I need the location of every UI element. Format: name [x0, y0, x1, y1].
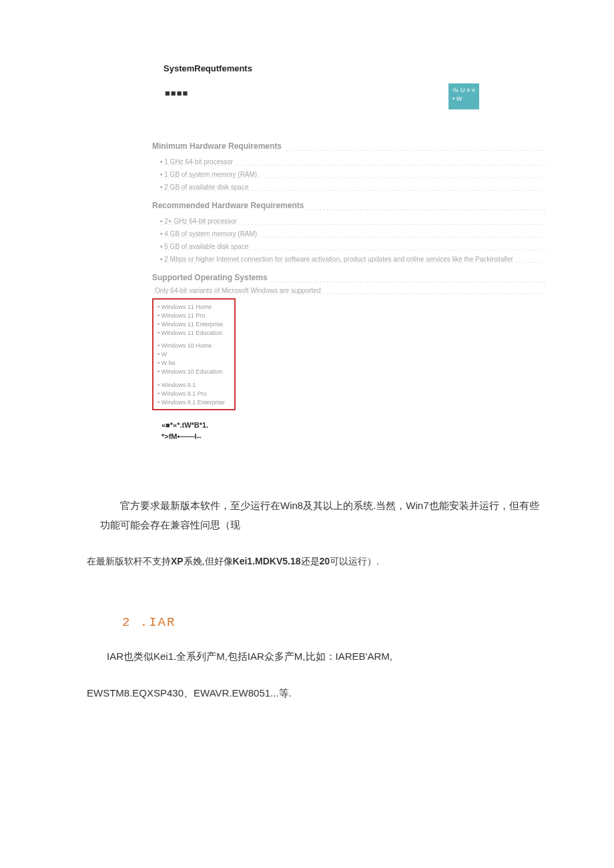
list-item: Windows 8.1 Enterprise — [158, 398, 230, 406]
list-item: 5 GB of available disk space — [160, 240, 547, 253]
paragraph-4: EWSTM8.EQXSP430、EWAVR.EW8051...等. — [87, 684, 547, 703]
min-hw-list: 1 GHz 64-bit processor 1 GB of system me… — [152, 153, 547, 195]
list-item: 4 GB of system memory (RAM) — [160, 228, 547, 240]
os-heading: Supported Operating Systems — [152, 271, 547, 284]
list-item: 1 GB of system memory (RAM) — [160, 168, 547, 181]
list-item: 2 GB of available disk space — [160, 181, 547, 193]
paragraph-2: 在最新版软杆不支持XP系娩,但好像Kei1.MDKV5.18还是20可以运行）. — [87, 553, 547, 570]
header-dashes: ■■■■ — [165, 88, 547, 98]
list-item: Windows 8.1 Pro — [158, 389, 230, 398]
list-item: Windows 11 Pro — [158, 311, 230, 320]
rec-hw-heading-text: Recommended Hardware Requirements — [152, 201, 306, 210]
list-item: 2 Mbps or higher Internet connection for… — [160, 253, 547, 266]
min-hw-heading: Minimum Hardware Requirements — [152, 139, 547, 153]
p2-d: Kei1.MDKV5.18 — [233, 556, 301, 566]
list-item: Windows 11 Education — [158, 328, 230, 337]
p2-g: 可以运行）. — [330, 556, 379, 566]
page-header: SystemRequtfements — [164, 63, 547, 73]
list-item: 2+ GHz 64-bit processor — [160, 215, 547, 228]
paragraph-3: IAR也类似Kei1.全系列产M,包括IAR众多产M,比如：IAREB'ARM, — [87, 647, 547, 667]
requirements-block: Minimum Hardware Requirements 1 GHz 64-b… — [152, 139, 547, 410]
garble-line-2: *>fM•——I-- — [162, 431, 547, 442]
paragraph-1: 官方要求最新版本软件，至少运行在Win8及其以上的系统.当然，Win7也能安装并… — [87, 496, 547, 534]
p2-e: 还是 — [301, 556, 320, 566]
rec-hw-heading: Recommended Hardware Requirements — [152, 199, 547, 212]
min-hw-heading-text: Minimum Hardware Requirements — [152, 141, 284, 151]
p2-f: 20 — [320, 556, 330, 566]
garbled-text: «■*«*.tW*B*1. *>fM•——I-- — [162, 420, 547, 442]
p2-c: 系娩,但好像 — [184, 556, 233, 566]
list-item: W — [158, 350, 230, 359]
os-heading-text: Supported Operating Systems — [152, 273, 270, 282]
list-item: Windows 11 Enterprise — [158, 320, 230, 328]
rec-hw-list: 2+ GHz 64-bit processor 4 GB of system m… — [152, 212, 547, 267]
p2-a: 在最新版软杆不支持 — [87, 556, 171, 566]
os-list: Windows 11 Home Windows 11 Pro Windows 1… — [158, 302, 230, 406]
list-item: Windows 10 Education — [158, 368, 230, 376]
garble-line-1: «■*«*.tW*B*1. — [162, 420, 547, 431]
list-item: 1 GHz 64-bit processor — [160, 155, 547, 168]
top-badge: ¹/₈ U ≡ ≡ • W — [448, 83, 479, 109]
os-note: Only 64-bit variants of Microsoft Window… — [152, 284, 547, 297]
list-item: Windows 8.1 — [158, 376, 230, 390]
list-item: Windows 10 Home — [158, 337, 230, 350]
os-box: Windows 11 Home Windows 11 Pro Windows 1… — [152, 298, 236, 410]
section-number-iar: 2 .IAR — [122, 615, 547, 630]
list-item: W be — [158, 359, 230, 368]
list-item: Windows 11 Home — [158, 302, 230, 311]
p2-b: XP — [171, 556, 184, 566]
